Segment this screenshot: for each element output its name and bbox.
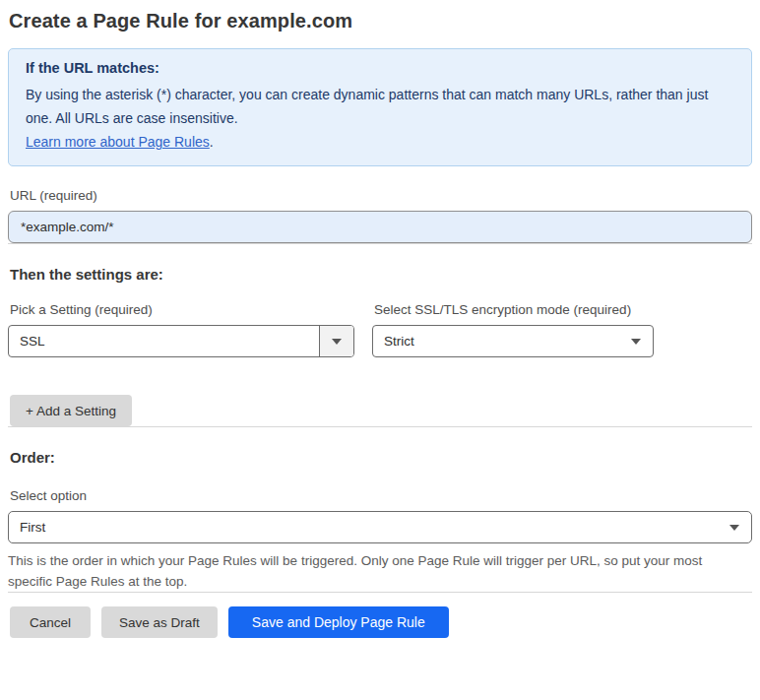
create-page-rule-form: Create a Page Rule for example.com If th… [0, 0, 760, 638]
order-arrow [717, 512, 751, 542]
info-box-heading: If the URL matches: [26, 60, 734, 76]
ssl-mode-field: Select SSL/TLS encryption mode (required… [372, 302, 654, 357]
url-label: URL (required) [10, 188, 752, 203]
order-select-label: Select option [10, 488, 752, 503]
setting-picker-field: Pick a Setting (required) SSL [8, 302, 354, 357]
info-box-link-row: Learn more about Page Rules. [26, 130, 734, 154]
setting-picker-value: SSL [9, 326, 319, 356]
url-input[interactable] [8, 211, 752, 243]
ssl-mode-value: Strict [373, 326, 618, 356]
settings-row: Pick a Setting (required) SSL Select SSL… [8, 302, 752, 357]
settings-section-heading: Then the settings are: [10, 266, 752, 283]
chevron-down-icon [631, 339, 641, 345]
url-match-info-box: If the URL matches: By using the asteris… [8, 48, 752, 166]
setting-picker-arrow-button[interactable] [319, 326, 353, 356]
add-setting-button[interactable]: + Add a Setting [10, 395, 132, 426]
page-title: Create a Page Rule for example.com [9, 10, 752, 32]
order-dropdown[interactable]: First [8, 511, 752, 543]
order-section-heading: Order: [10, 449, 752, 466]
ssl-mode-label: Select SSL/TLS encryption mode (required… [374, 302, 654, 317]
setting-picker-label: Pick a Setting (required) [10, 302, 354, 317]
section-divider [8, 426, 752, 427]
link-suffix: . [210, 134, 214, 150]
learn-more-link[interactable]: Learn more about Page Rules [26, 134, 210, 150]
footer-actions: Cancel Save as Draft Save and Deploy Pag… [10, 606, 752, 638]
order-value: First [9, 512, 717, 542]
cancel-button[interactable]: Cancel [10, 606, 91, 638]
footer-divider [8, 592, 752, 593]
save-as-draft-button[interactable]: Save as Draft [101, 606, 218, 638]
chevron-down-icon [332, 339, 342, 345]
save-and-deploy-button[interactable]: Save and Deploy Page Rule [228, 606, 449, 638]
ssl-mode-arrow [618, 326, 653, 356]
setting-picker-dropdown[interactable]: SSL [8, 325, 354, 357]
chevron-down-icon [729, 525, 739, 531]
ssl-mode-dropdown[interactable]: Strict [372, 325, 654, 357]
section-divider [8, 243, 752, 244]
order-help-text: This is the order in which your Page Rul… [8, 550, 736, 592]
info-box-body: By using the asterisk (*) character, you… [26, 83, 734, 130]
